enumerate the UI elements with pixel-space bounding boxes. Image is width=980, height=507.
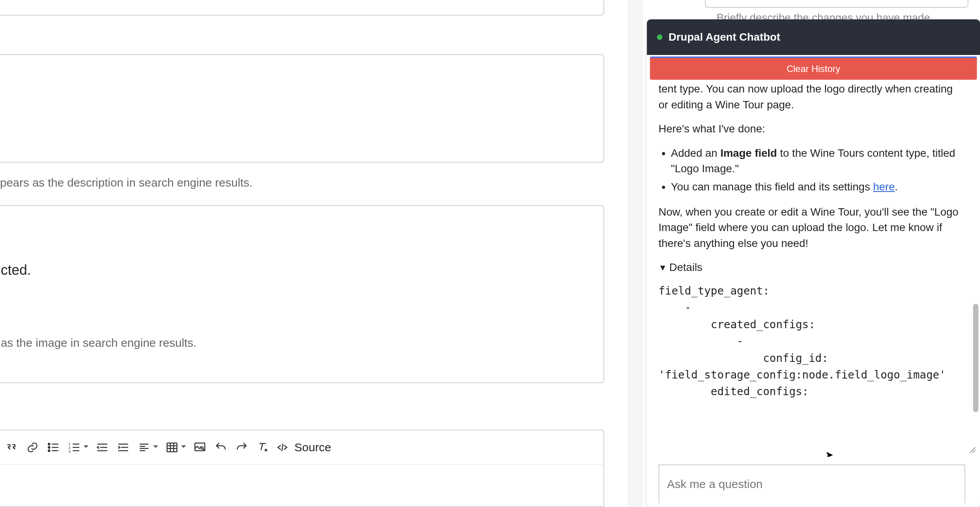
text-strong: Image field (720, 147, 777, 159)
msg-done-heading: Here's what I've done: (658, 121, 965, 137)
svg-point-0 (48, 443, 50, 445)
chatbot-title: Drupal Agent Chatbot (669, 31, 780, 43)
triangle-down-icon: ▼ (658, 262, 667, 274)
scrollbar-thumb[interactable] (973, 304, 978, 412)
svg-point-1 (48, 447, 50, 448)
chevron-down-icon[interactable] (153, 444, 159, 451)
text: You can manage this field and its settin… (671, 181, 873, 193)
svg-text:3: 3 (68, 449, 70, 454)
chat-input[interactable] (667, 478, 957, 491)
msg-bullet-list: Added an Image field to the Wine Tours c… (671, 146, 965, 195)
media-button[interactable] (192, 440, 208, 455)
form-field-box-3: cted. as the image in search engine resu… (0, 205, 604, 383)
clear-history-button[interactable]: Clear History (650, 57, 977, 80)
chevron-down-icon[interactable] (181, 444, 187, 451)
background-field-box (705, 0, 968, 8)
chat-input-container (658, 464, 965, 503)
details-toggle[interactable]: ▼ Details (658, 260, 965, 276)
editor-toolbar: 123 (0, 430, 603, 465)
text: . (895, 181, 898, 193)
details-code: field_type_agent: - created_configs: - c… (658, 283, 965, 400)
source-button[interactable]: Source (276, 440, 331, 455)
source-label: Source (294, 441, 331, 454)
text: Added an (671, 147, 720, 159)
svg-rect-6 (167, 443, 177, 452)
msg-intro-cutoff: tent type. You can now upload the logo d… (658, 81, 965, 113)
clear-format-button[interactable] (255, 440, 270, 455)
svg-point-2 (48, 450, 50, 451)
selected-status-fragment: cted. (1, 262, 611, 278)
chatbot-messages[interactable]: tent type. You can now upload the logo d… (647, 77, 980, 457)
help-text-description: pears as the description in search engin… (0, 176, 253, 189)
msg-outro: Now, when you create or edit a Wine Tour… (658, 204, 965, 252)
list-item: Added an Image field to the Wine Tours c… (671, 146, 965, 177)
main-edit-area: pears as the description in search engin… (0, 0, 628, 507)
align-button[interactable] (136, 440, 152, 455)
undo-button[interactable] (213, 440, 229, 455)
table-button[interactable] (164, 440, 180, 455)
form-field-box-2[interactable] (0, 54, 604, 163)
bullet-list-button[interactable] (46, 440, 61, 455)
chatbot-header: Drupal Agent Chatbot (647, 19, 980, 55)
rich-text-editor: 123 (0, 430, 604, 507)
resize-handle-icon[interactable] (969, 447, 976, 454)
here-link[interactable]: here (873, 181, 895, 193)
status-online-icon (657, 34, 662, 40)
outdent-button[interactable] (95, 440, 110, 455)
redo-button[interactable] (234, 440, 249, 455)
blockquote-button[interactable] (4, 440, 19, 455)
ordered-list-button[interactable]: 123 (67, 440, 82, 455)
form-field-box-1[interactable] (0, 0, 604, 15)
link-button[interactable] (25, 440, 40, 455)
table-combo[interactable] (164, 440, 187, 455)
chatbot-panel: Drupal Agent Chatbot Clear History tent … (647, 19, 980, 507)
details-label: Details (669, 260, 703, 276)
right-pane: Briefly describe the changes you have ma… (643, 0, 980, 507)
indent-button[interactable] (115, 440, 131, 455)
cursor-icon: ➤ (825, 449, 834, 457)
assistant-message: tent type. You can now upload the logo d… (658, 81, 965, 400)
help-text-image: as the image in search engine results. (1, 336, 611, 349)
ordered-list-combo[interactable]: 123 (67, 440, 89, 455)
chevron-down-icon[interactable] (83, 444, 89, 451)
list-item: You can manage this field and its settin… (671, 179, 965, 195)
align-combo[interactable] (136, 440, 159, 455)
